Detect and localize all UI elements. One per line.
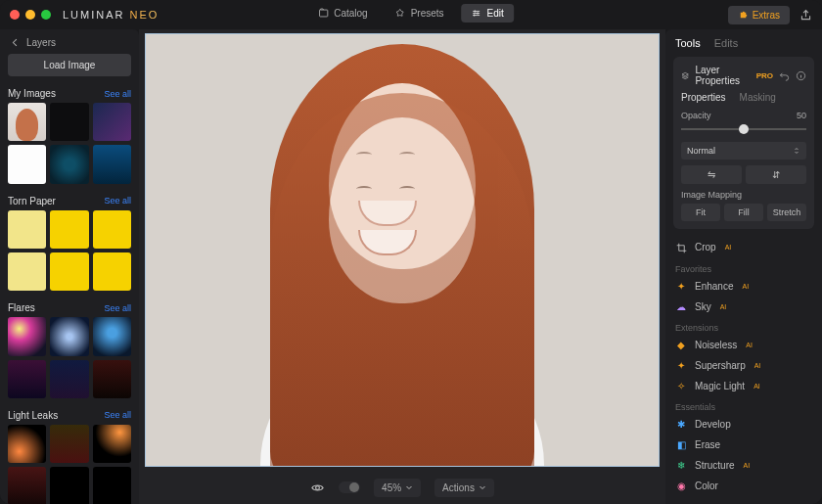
essentials-section-label: Essentials (673, 396, 814, 414)
nav-presets[interactable]: Presets (386, 4, 454, 23)
thumb-leak-1[interactable] (8, 425, 46, 463)
flip-horizontal-button[interactable]: ⇋ (681, 165, 742, 184)
thumb-my-3[interactable] (93, 103, 131, 141)
blend-mode-select[interactable]: Normal (681, 142, 806, 160)
thumb-my-2[interactable] (50, 103, 88, 141)
edit-icon (472, 8, 482, 19)
tool-magic-light-label: Magic Light (695, 381, 745, 391)
section-light-leaks: Light Leaks (8, 410, 58, 421)
info-icon[interactable] (796, 70, 806, 81)
extras-button[interactable]: Extras (728, 6, 790, 24)
layer-panel-title: Layer Properties (695, 65, 750, 86)
tool-sky[interactable]: ☁ SkyAI (673, 297, 814, 317)
svg-point-3 (474, 15, 476, 17)
title-bar: LUMINAR NEO Catalog Presets Edit Extras (0, 0, 822, 29)
thumb-leak-4[interactable] (8, 467, 46, 504)
my-images-grid (8, 103, 131, 184)
thumb-leak-6[interactable] (93, 467, 131, 504)
actions-label: Actions (442, 482, 475, 493)
thumb-torn-1[interactable] (8, 210, 46, 249)
thumb-flare-2[interactable] (50, 317, 88, 355)
section-my-images: My Images (8, 88, 56, 99)
presets-icon (395, 8, 406, 19)
subtab-masking[interactable]: Masking (740, 92, 776, 103)
tool-supersharp[interactable]: ✦ SupersharpAI (673, 355, 814, 376)
svg-point-5 (316, 486, 320, 490)
tool-develop[interactable]: ✱ Develop (673, 414, 814, 435)
puzzle-icon (738, 10, 749, 21)
chevron-left-icon (10, 37, 21, 48)
mapping-fit[interactable]: Fit (681, 204, 720, 221)
canvas-footer: 45% Actions (139, 471, 665, 504)
right-sidebar: Tools Edits Layer Properties PRO Propert… (665, 29, 822, 504)
zoom-value: 45% (382, 482, 401, 493)
see-all-flares[interactable]: See all (104, 303, 131, 313)
layers-heading[interactable]: Layers (8, 35, 131, 54)
opacity-slider[interactable] (681, 124, 806, 134)
nav-edit[interactable]: Edit (462, 4, 514, 23)
tool-color[interactable]: ◉ Color (673, 476, 814, 496)
thumb-torn-2[interactable] (50, 210, 88, 249)
maximize-window-button[interactable] (41, 10, 51, 20)
extras-label: Extras (753, 10, 780, 21)
tool-sky-label: Sky (695, 301, 711, 312)
thumb-torn-4[interactable] (8, 252, 46, 291)
mapping-fill[interactable]: Fill (724, 204, 763, 221)
canvas[interactable] (145, 33, 660, 467)
tool-color-label: Color (695, 481, 718, 491)
zoom-dropdown[interactable]: 45% (374, 479, 421, 497)
brand-text-a: LUMINAR (63, 9, 130, 21)
see-all-torn-paper[interactable]: See all (104, 196, 131, 206)
flip-vertical-button[interactable]: ⇵ (746, 165, 806, 184)
minimize-window-button[interactable] (25, 10, 35, 20)
svg-rect-0 (320, 10, 328, 17)
tool-magic-light[interactable]: ✧ Magic LightAI (673, 376, 814, 396)
favorites-section-label: Favorites (673, 258, 814, 276)
thumb-flare-3[interactable] (93, 317, 131, 355)
see-all-my-images[interactable]: See all (104, 89, 131, 99)
thumb-flare-4[interactable] (8, 360, 46, 398)
catalog-icon (318, 8, 329, 19)
thumb-leak-2[interactable] (50, 425, 88, 463)
thumb-torn-5[interactable] (50, 252, 88, 291)
load-image-button[interactable]: Load Image (8, 54, 131, 76)
mapping-stretch[interactable]: Stretch (767, 204, 806, 221)
thumb-leak-3[interactable] (93, 425, 131, 463)
actions-dropdown[interactable]: Actions (434, 479, 494, 497)
thumb-torn-3[interactable] (93, 210, 131, 249)
thumb-my-6[interactable] (93, 145, 131, 183)
undo-icon[interactable] (779, 70, 790, 81)
close-window-button[interactable] (10, 10, 20, 20)
thumb-flare-1[interactable] (8, 317, 46, 355)
canvas-wrap: 45% Actions (139, 29, 665, 504)
tool-crop[interactable]: CropAI (673, 237, 814, 258)
thumb-my-4[interactable] (8, 145, 46, 183)
updown-icon (793, 147, 800, 155)
tool-enhance-label: Enhance (695, 281, 733, 292)
thumb-flare-5[interactable] (50, 360, 88, 398)
thumb-my-5[interactable] (50, 145, 88, 183)
tool-noiseless[interactable]: ◆ NoiselessAI (673, 335, 814, 355)
share-icon (799, 9, 812, 22)
thumb-leak-5[interactable] (50, 467, 88, 504)
tool-erase[interactable]: ◧ Erase (673, 435, 814, 455)
torn-paper-grid (8, 210, 131, 292)
tab-edits[interactable]: Edits (714, 37, 738, 49)
thumb-my-1[interactable] (8, 103, 46, 141)
tool-supersharp-label: Supersharp (695, 360, 746, 371)
top-nav: Catalog Presets Edit (308, 4, 514, 23)
tool-enhance[interactable]: ✦ EnhanceAI (673, 276, 814, 297)
thumb-torn-6[interactable] (93, 252, 131, 291)
tool-develop-label: Develop (695, 419, 731, 430)
thumb-flare-6[interactable] (93, 360, 131, 398)
chevron-down-icon (479, 483, 486, 491)
share-button[interactable] (799, 8, 812, 22)
crop-icon (676, 243, 687, 253)
tool-structure[interactable]: ❄ StructureAI (673, 455, 814, 476)
tab-tools[interactable]: Tools (675, 37, 701, 49)
before-after-toggle[interactable] (339, 481, 360, 493)
preview-toggle[interactable] (310, 480, 325, 495)
see-all-light-leaks[interactable]: See all (104, 410, 131, 420)
nav-catalog[interactable]: Catalog (308, 4, 377, 23)
subtab-properties[interactable]: Properties (681, 92, 726, 103)
